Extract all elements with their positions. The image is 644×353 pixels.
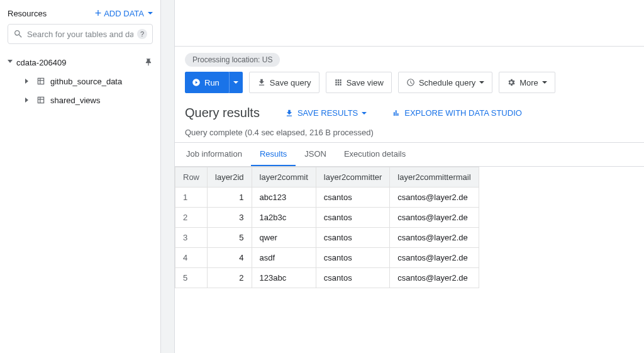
column-header: layer2committer — [316, 167, 389, 188]
caret-down-icon — [479, 81, 484, 84]
explore-label: EXPLORE WITH DATA STUDIO — [404, 108, 522, 118]
cell: csantos — [316, 228, 389, 248]
run-dropdown[interactable] — [229, 72, 243, 93]
table-row[interactable]: 44asdfcsantoscsantos@layer2.de — [175, 248, 479, 268]
cell: asdf — [252, 248, 316, 268]
cell: 2 — [175, 208, 208, 228]
cell: 1 — [175, 188, 208, 208]
search-input[interactable] — [27, 30, 133, 39]
cell: 1a2b3c — [252, 208, 316, 228]
column-header: Row — [175, 167, 208, 188]
project-label: cdata-206409 — [16, 58, 67, 67]
column-header: layer2id — [208, 167, 252, 188]
cell: csantos — [316, 188, 389, 208]
dataset-label: shared_views — [50, 96, 101, 105]
cell: 3 — [208, 208, 252, 228]
cell: csantos@layer2.de — [390, 268, 479, 288]
dataset-label: github_source_data — [50, 77, 122, 86]
search-field[interactable]: ? — [8, 24, 153, 44]
grid-icon — [334, 78, 343, 87]
cell: abc123 — [252, 188, 316, 208]
gear-icon — [507, 78, 516, 87]
dataset-icon — [36, 96, 45, 104]
cell: qwer — [252, 228, 316, 248]
column-header: layer2committermail — [390, 167, 479, 188]
dataset-node[interactable]: github_source_data — [8, 72, 153, 91]
cell: 4 — [208, 248, 252, 268]
caret-down-icon — [542, 81, 547, 84]
results-title: Query results — [185, 106, 260, 120]
toolbar: Run Save query Save view Schedule query … — [175, 67, 644, 98]
tab-results[interactable]: Results — [251, 143, 296, 166]
table-row[interactable]: 231a2b3ccsantoscsantos@layer2.de — [175, 208, 479, 228]
cell: csantos — [316, 248, 389, 268]
expand-icon — [25, 79, 30, 84]
svg-rect-3 — [38, 97, 43, 103]
cell: 1 — [208, 188, 252, 208]
tab-job-information[interactable]: Job information — [177, 143, 251, 166]
download-icon — [257, 78, 266, 87]
sidebar: Resources + ADD DATA ? cdata-206409 gith… — [0, 0, 161, 353]
caret-down-icon — [362, 112, 367, 115]
run-button[interactable]: Run — [185, 72, 229, 93]
plus-icon: + — [95, 8, 102, 19]
schedule-label: Schedule query — [419, 78, 475, 87]
processing-location-pill: Processing location: US — [185, 53, 280, 67]
resources-title: Resources — [8, 9, 47, 18]
pin-icon[interactable] — [144, 58, 153, 67]
results-table-wrap[interactable]: Rowlayer2idlayer2commitlayer2committerla… — [175, 167, 644, 288]
tab-execution-details[interactable]: Execution details — [335, 143, 414, 166]
svg-rect-0 — [38, 78, 43, 84]
results-table: Rowlayer2idlayer2commitlayer2committerla… — [175, 167, 479, 288]
more-button[interactable]: More — [499, 72, 555, 93]
cell: 3 — [175, 228, 208, 248]
results-tabs: Job informationResultsJSONExecution deta… — [175, 143, 644, 167]
tab-json[interactable]: JSON — [296, 143, 335, 166]
run-button-group: Run — [185, 72, 243, 93]
add-data-button[interactable]: + ADD DATA — [95, 8, 153, 19]
download-icon — [285, 109, 294, 118]
cell: csantos — [316, 268, 389, 288]
dataset-icon — [36, 77, 45, 86]
editor-area[interactable] — [175, 0, 644, 47]
run-label: Run — [204, 78, 219, 87]
save-results-button[interactable]: SAVE RESULTS — [285, 108, 367, 118]
cell: 5 — [175, 268, 208, 288]
cell: csantos — [316, 208, 389, 228]
expand-icon — [25, 98, 30, 103]
play-icon — [192, 78, 201, 87]
project-node[interactable]: cdata-206409 — [8, 53, 153, 72]
chart-icon — [392, 109, 401, 118]
help-icon[interactable]: ? — [137, 29, 147, 39]
search-icon — [13, 29, 23, 39]
dataset-node[interactable]: shared_views — [8, 91, 153, 109]
save-query-label: Save query — [270, 78, 311, 87]
table-row[interactable]: 52123abccsantoscsantos@layer2.de — [175, 268, 479, 288]
cell: csantos@layer2.de — [390, 248, 479, 268]
save-results-label: SAVE RESULTS — [297, 108, 358, 118]
query-status: Query complete (0.4 sec elapsed, 216 B p… — [175, 123, 644, 143]
cell: csantos@layer2.de — [390, 208, 479, 228]
table-row[interactable]: 11abc123csantoscsantos@layer2.de — [175, 188, 479, 208]
cell: csantos@layer2.de — [390, 228, 479, 248]
explore-button[interactable]: EXPLORE WITH DATA STUDIO — [392, 108, 522, 118]
results-bar: Query results SAVE RESULTS EXPLORE WITH … — [175, 98, 644, 123]
column-header: layer2commit — [252, 167, 316, 188]
save-view-label: Save view — [347, 78, 384, 87]
cell: 5 — [208, 228, 252, 248]
resource-tree: cdata-206409 github_source_datashared_vi… — [8, 53, 153, 109]
save-query-button[interactable]: Save query — [249, 72, 319, 93]
table-row[interactable]: 35qwercsantoscsantos@layer2.de — [175, 228, 479, 248]
panel-resizer[interactable] — [161, 0, 175, 353]
more-label: More — [519, 78, 538, 87]
caret-down-icon — [233, 81, 238, 84]
save-view-button[interactable]: Save view — [326, 72, 392, 93]
schedule-query-button[interactable]: Schedule query — [398, 72, 492, 93]
cell: csantos@layer2.de — [390, 188, 479, 208]
caret-down-icon — [148, 12, 153, 14]
cell: 4 — [175, 248, 208, 268]
expand-icon — [8, 60, 13, 65]
add-data-label: ADD DATA — [104, 9, 144, 18]
cell: 2 — [208, 268, 252, 288]
cell: 123abc — [252, 268, 316, 288]
